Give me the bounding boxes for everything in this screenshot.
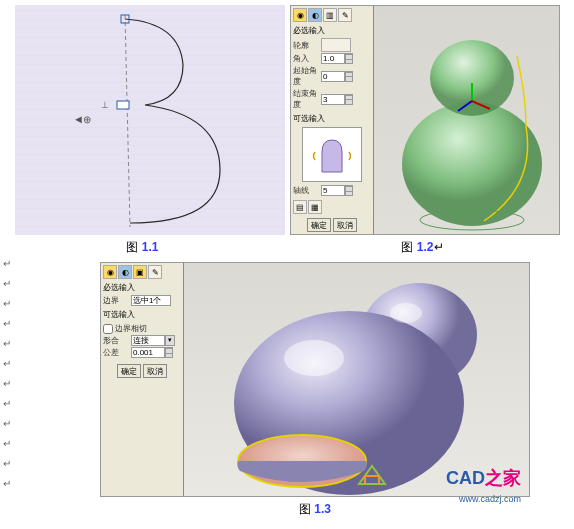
optional-section-label-2: 可选输入 bbox=[103, 309, 181, 320]
caption-1-1: 图 1.1 bbox=[0, 235, 285, 260]
paragraph-mark: ↵ bbox=[3, 398, 11, 409]
axis-label: 轴线 bbox=[293, 185, 321, 196]
svg-text:⊕: ⊕ bbox=[83, 114, 91, 125]
tolerance-spinner[interactable] bbox=[165, 347, 173, 358]
svg-point-17 bbox=[390, 303, 422, 323]
required-section-label: 必选输入 bbox=[293, 25, 371, 36]
profile-field: 轮廓 bbox=[293, 38, 371, 52]
svg-point-7 bbox=[430, 40, 514, 116]
join-label: 形合 bbox=[103, 335, 131, 346]
tool-icon-5[interactable]: ◉ bbox=[103, 265, 117, 279]
sketch-curve: ⊥ ◄ ⊕ bbox=[15, 5, 285, 235]
opt-icon-2[interactable]: ▦ bbox=[308, 200, 322, 214]
optional-section-label: 可选输入 bbox=[293, 113, 371, 124]
axis-input[interactable] bbox=[321, 185, 345, 196]
figure-1-1-sketch: ⊥ ◄ ⊕ bbox=[15, 5, 285, 235]
tool-icon-7[interactable]: ▣ bbox=[133, 265, 147, 279]
start-angle-input[interactable] bbox=[321, 71, 345, 82]
watermark-text: CAD之家 bbox=[446, 466, 521, 490]
shell-panel: ◉ ◐ ▣ ✎ 必选输入 边界 可选输入 边界相切 形合 ▾ 公差 bbox=[101, 263, 184, 496]
paragraph-mark: ↵ bbox=[3, 278, 11, 289]
tool-icon-1[interactable]: ◉ bbox=[293, 8, 307, 22]
axis-spinner[interactable] bbox=[345, 185, 353, 196]
start-angle-label: 起始角度 bbox=[293, 65, 321, 87]
required-section-label-2: 必选输入 bbox=[103, 282, 181, 293]
svg-text:⊥: ⊥ bbox=[101, 100, 109, 110]
cancel-button-2[interactable]: 取消 bbox=[143, 364, 167, 378]
svg-line-0 bbox=[125, 15, 130, 227]
end-angle-input[interactable] bbox=[321, 94, 345, 105]
revolve-panel: ◉ ◐ ▥ ✎ 必选输入 轮廓 角入 起始角度 bbox=[291, 6, 374, 234]
tool-icon-6[interactable]: ◐ bbox=[118, 265, 132, 279]
paragraph-mark: ↵ bbox=[3, 358, 11, 369]
preview-thumbnail bbox=[302, 127, 362, 182]
tolerance-label: 公差 bbox=[103, 347, 131, 358]
svg-point-16 bbox=[284, 340, 344, 376]
tool-icon-3[interactable]: ▥ bbox=[323, 8, 337, 22]
viewport-3d-purple[interactable]: CAD之家 www.cadzj.com bbox=[184, 263, 529, 496]
join-select[interactable] bbox=[131, 335, 165, 346]
paragraph-mark: ↵ bbox=[3, 418, 11, 429]
tangent-label: 边界相切 bbox=[115, 323, 147, 334]
viewport-3d-green[interactable] bbox=[374, 6, 559, 234]
paragraph-mark: ↵ bbox=[3, 298, 11, 309]
cancel-button[interactable]: 取消 bbox=[333, 218, 357, 232]
paragraph-mark: ↵ bbox=[3, 478, 11, 489]
paragraph-mark: ↵ bbox=[3, 258, 11, 269]
angle-spinner[interactable] bbox=[345, 53, 353, 64]
edge-input[interactable] bbox=[131, 295, 171, 306]
end-angle-spinner[interactable] bbox=[345, 94, 353, 105]
tool-icon-4[interactable]: ✎ bbox=[338, 8, 352, 22]
angle-input[interactable] bbox=[321, 53, 345, 64]
end-angle-label: 结束角度 bbox=[293, 88, 321, 110]
angle-label: 角入 bbox=[293, 53, 321, 64]
panel-toolbar-2: ◉ ◐ ▣ ✎ bbox=[103, 265, 181, 279]
paragraph-mark: ↵ bbox=[3, 378, 11, 389]
caption-1-2: 图 1.2↵ bbox=[285, 235, 560, 260]
paragraph-mark: ↵ bbox=[3, 318, 11, 329]
tool-icon-2[interactable]: ◐ bbox=[308, 8, 322, 22]
tangent-checkbox[interactable] bbox=[103, 324, 113, 334]
paragraph-mark: ↵ bbox=[3, 438, 11, 449]
join-dropdown[interactable]: ▾ bbox=[165, 335, 175, 346]
profile-selector[interactable] bbox=[321, 38, 351, 52]
edge-label: 边界 bbox=[103, 295, 131, 306]
ok-button-2[interactable]: 确定 bbox=[117, 364, 141, 378]
opt-icon-1[interactable]: ▤ bbox=[293, 200, 307, 214]
paragraph-mark: ↵ bbox=[3, 458, 11, 469]
tool-icon-8[interactable]: ✎ bbox=[148, 265, 162, 279]
paragraph-mark: ↵ bbox=[3, 338, 11, 349]
start-angle-spinner[interactable] bbox=[345, 71, 353, 82]
svg-point-6 bbox=[402, 102, 542, 226]
figure-1-2-revolve: ◉ ◐ ▥ ✎ 必选输入 轮廓 角入 起始角度 bbox=[290, 5, 560, 235]
panel-toolbar: ◉ ◐ ▥ ✎ bbox=[293, 8, 371, 22]
figure-1-3-shell: ◉ ◐ ▣ ✎ 必选输入 边界 可选输入 边界相切 形合 ▾ 公差 bbox=[100, 262, 530, 497]
watermark-logo bbox=[355, 458, 389, 490]
ok-button[interactable]: 确定 bbox=[307, 218, 331, 232]
svg-rect-2 bbox=[117, 101, 129, 109]
tolerance-input[interactable] bbox=[131, 347, 165, 358]
watermark-url: www.cadzj.com bbox=[459, 494, 521, 504]
